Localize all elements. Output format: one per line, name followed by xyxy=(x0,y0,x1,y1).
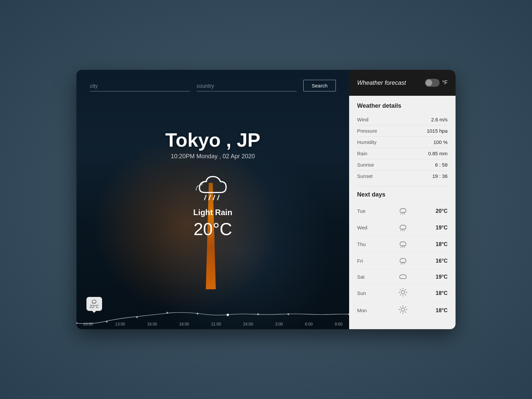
svg-line-3 xyxy=(217,195,219,200)
detail-row: Pressure 1015 hpa xyxy=(357,125,448,137)
detail-label: Humidity xyxy=(357,139,376,145)
unit-label: °F xyxy=(442,80,448,86)
detail-label: Rain xyxy=(357,151,367,156)
detail-row: Rain 0.85 mm xyxy=(357,148,448,159)
svg-line-22 xyxy=(401,246,401,248)
forecast-row: Sun 18°C xyxy=(357,285,448,302)
forecast-temp: 19°C xyxy=(436,225,448,231)
forecast-day: Sat xyxy=(357,274,370,280)
svg-line-21 xyxy=(404,230,405,231)
svg-line-18 xyxy=(404,213,405,214)
city-input-wrap xyxy=(90,81,190,91)
left-panel: Search Tokyo , JP 10:20PM Monday , 02 Ap… xyxy=(76,70,349,329)
detail-label: Sunset xyxy=(357,173,373,179)
svg-line-2 xyxy=(213,195,215,200)
details-rows: Wind 2.6 m/s Pressure 1015 hpa Humidity … xyxy=(357,114,448,182)
forecast-title: Next days xyxy=(357,191,448,198)
timeline-label: 10:00 xyxy=(83,322,93,327)
forecast-day: Wed xyxy=(357,225,370,230)
datetime: 10:20PM Monday , 02 Apr 2020 xyxy=(171,153,255,160)
unit-toggle[interactable] xyxy=(425,79,440,87)
details-title: Weather details xyxy=(357,102,448,109)
temperature-main: 20°C xyxy=(194,219,232,239)
svg-line-26 xyxy=(402,263,403,264)
svg-line-16 xyxy=(401,213,401,214)
svg-point-13 xyxy=(257,313,259,315)
detail-label: Sunrise xyxy=(357,162,374,168)
svg-line-20 xyxy=(402,230,403,231)
timeline-label: 18:00 xyxy=(179,322,189,327)
forecast-weather-icon xyxy=(398,239,408,249)
app-title: Wheather forecast xyxy=(357,79,406,86)
right-panel: Wheather forecast °F Weather details Win… xyxy=(349,70,456,329)
svg-line-25 xyxy=(401,263,401,264)
forecast-day: Sun xyxy=(357,290,370,296)
svg-line-27 xyxy=(404,263,405,264)
timeline-labels: 10:0013:0016:0018:0021:0024:003:006:009:… xyxy=(76,322,349,327)
forecast-temp: 16°C xyxy=(436,258,448,264)
detail-value: 19 : 36 xyxy=(432,173,448,179)
forecast-row: Mon 18°C xyxy=(357,302,448,319)
detail-value: 6 : 58 xyxy=(435,162,448,168)
detail-row: Wind 2.6 m/s xyxy=(357,114,448,125)
forecast-day: Fri xyxy=(357,258,370,264)
timeline-label: 24:00 xyxy=(243,322,253,327)
forecast-weather-icon xyxy=(398,222,408,233)
svg-line-34 xyxy=(405,294,406,295)
forecast-day: Mon xyxy=(357,308,370,313)
svg-line-23 xyxy=(402,246,403,248)
svg-line-19 xyxy=(401,230,401,231)
forecast-temp: 18°C xyxy=(436,308,448,314)
forecast-row: Fri 16°C xyxy=(357,253,448,269)
svg-line-44 xyxy=(405,307,406,308)
forecast-temp: 20°C xyxy=(436,208,448,214)
svg-point-9 xyxy=(136,316,138,318)
svg-point-10 xyxy=(167,312,168,314)
right-content: Weather details Wind 2.6 m/s Pressure 10… xyxy=(349,96,456,329)
forecast-weather-icon xyxy=(398,272,408,281)
toggle-knob xyxy=(426,79,432,86)
timeline-label: 16:00 xyxy=(147,322,157,327)
search-bar: Search xyxy=(76,70,349,95)
detail-row: Sunset 19 : 36 xyxy=(357,171,448,182)
detail-row: Sunrise 6 : 58 xyxy=(357,159,448,171)
forecast-row: Sat 19°C xyxy=(357,269,448,285)
detail-value: 0.85 mm xyxy=(428,151,448,156)
forecast-row: Thu 18°C xyxy=(357,236,448,253)
forecast-day: Tue xyxy=(357,208,370,214)
forecast-weather-icon xyxy=(398,288,408,299)
svg-line-43 xyxy=(405,312,406,312)
toggle-wrap: °F xyxy=(425,79,448,87)
svg-line-33 xyxy=(400,290,401,290)
forecast-weather-icon xyxy=(398,206,408,216)
svg-point-37 xyxy=(401,308,405,311)
svg-point-28 xyxy=(401,291,405,294)
forecast-row: Tue 20°C xyxy=(357,203,448,219)
detail-value: 2.6 m/s xyxy=(431,117,448,122)
weather-icon xyxy=(191,167,234,204)
forecast-temp: 18°C xyxy=(436,241,448,247)
forecast-temp: 19°C xyxy=(436,274,448,280)
detail-label: Wind xyxy=(357,117,368,122)
detail-row: Humidity 100 % xyxy=(357,137,448,148)
country-input[interactable] xyxy=(197,81,297,91)
forecast-weather-icon xyxy=(398,256,408,266)
svg-point-15 xyxy=(348,313,349,315)
weather-description: Light Rain xyxy=(193,208,232,217)
svg-point-12 xyxy=(227,314,229,316)
forecast-temp: 18°C xyxy=(436,290,448,296)
city-input[interactable] xyxy=(90,81,190,91)
svg-line-24 xyxy=(404,246,405,248)
city-name: Tokyo , JP xyxy=(165,129,260,151)
timeline-label: 9:00 xyxy=(335,322,342,327)
search-button[interactable]: Search xyxy=(303,80,336,91)
weather-main: Tokyo , JP 10:20PM Monday , 02 Apr 2020 … xyxy=(76,95,349,293)
timeline: 22°C 10:0013:0016:0018:0021:0024:003:006… xyxy=(76,293,349,329)
forecast-rows: Tue 20°C Wed 19°C Thu 18°C Fr xyxy=(357,203,448,319)
svg-line-42 xyxy=(400,307,401,308)
svg-line-1 xyxy=(209,195,210,200)
svg-line-35 xyxy=(405,290,406,290)
svg-line-17 xyxy=(402,213,403,214)
svg-point-11 xyxy=(197,313,199,315)
svg-line-0 xyxy=(204,195,206,200)
